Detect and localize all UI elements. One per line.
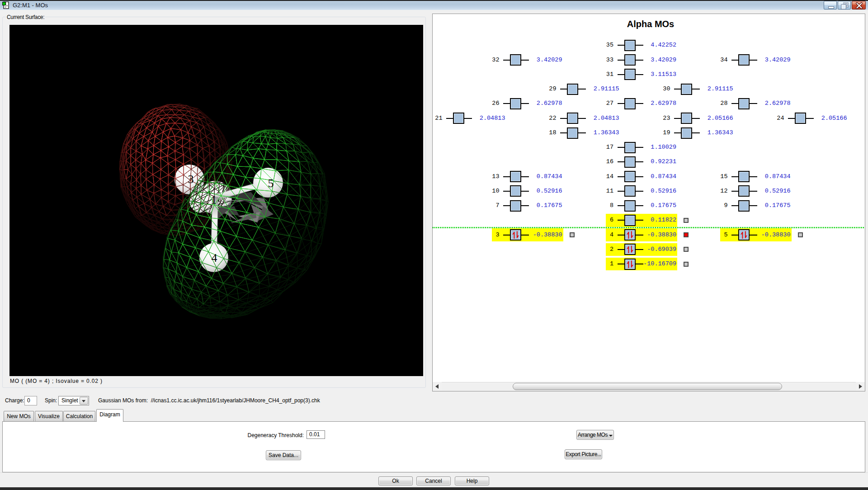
- svg-text:4: 4: [212, 251, 217, 264]
- svg-text:5: 5: [268, 177, 274, 190]
- svg-text:3: 3: [188, 173, 194, 186]
- svg-text:1: 1: [211, 193, 217, 207]
